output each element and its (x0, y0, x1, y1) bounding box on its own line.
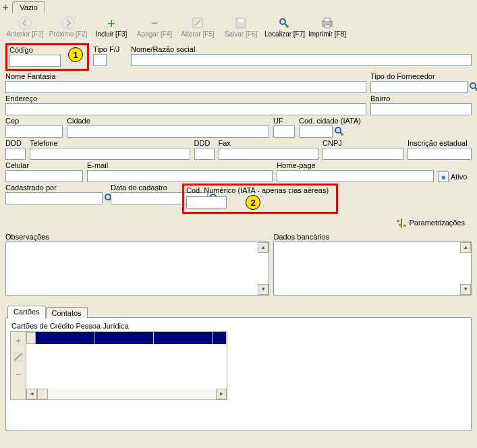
grid[interactable]: ◂ ▸ (26, 332, 227, 399)
grid-remove-icon[interactable]: − (16, 369, 21, 380)
codigo-input[interactable] (9, 55, 61, 67)
edit-icon (178, 16, 217, 30)
nomerazao-label: Nome/Razão social (131, 45, 472, 53)
cidade-input[interactable] (67, 125, 269, 138)
arrow-left-icon (5, 16, 45, 30)
cep-input[interactable] (5, 125, 63, 138)
svg-rect-25 (403, 225, 406, 227)
ddd2-label: DDD (194, 139, 215, 147)
annotation-badge-1: 1 (68, 47, 83, 62)
svg-point-5 (280, 19, 285, 24)
nomerazao-input[interactable] (131, 54, 472, 66)
ddd1-input[interactable] (5, 148, 26, 160)
dadosbancarios-label: Dados bancários (273, 233, 472, 241)
telefone-input[interactable] (30, 148, 190, 160)
celular-input[interactable] (5, 170, 83, 182)
svg-point-7 (286, 25, 289, 28)
scroll-up-icon[interactable]: ▴ (460, 242, 471, 253)
codigo-highlight: Código 1 (5, 43, 89, 71)
codcidade-input[interactable] (299, 125, 333, 138)
scroll-down-icon[interactable]: ▾ (258, 284, 269, 295)
cadastradopor-input[interactable] (5, 192, 103, 204)
bairro-label: Bairro (370, 94, 472, 103)
localizar-button[interactable]: Localizar [F7] (264, 16, 304, 38)
email-label: E-mail (87, 161, 273, 169)
scrollbar-track[interactable] (37, 388, 216, 400)
datacadastro-label: Data do cadastro (111, 184, 178, 192)
tipofj-input[interactable] (93, 54, 107, 66)
scroll-left-icon[interactable]: ◂ (26, 389, 37, 399)
incluir-button[interactable]: ＋ Incluir [F3] (92, 16, 131, 38)
print-icon (308, 16, 347, 30)
arrow-right-icon (49, 16, 88, 30)
nomefantasia-label: Nome Fantasia (5, 72, 366, 80)
svg-rect-4 (238, 19, 244, 22)
plus-icon: ＋ (92, 16, 131, 30)
imprimir-button[interactable]: Imprimir [F8] (308, 16, 347, 38)
plus-icon[interactable]: + (3, 2, 8, 13)
fax-input[interactable] (219, 148, 318, 160)
svg-point-0 (19, 17, 31, 29)
apagar-button: − Apagar [F4] (135, 16, 174, 38)
uf-label: UF (273, 117, 295, 125)
codnumerico-highlight: Cod. Numérico (IATA - apenas cias aéreas… (182, 184, 338, 214)
svg-point-11 (470, 83, 476, 88)
codnumerico-label: Cod. Numérico (IATA - apenas cias aéreas… (186, 186, 334, 194)
homepage-input[interactable] (277, 170, 434, 182)
svg-point-16 (341, 133, 343, 136)
cnpj-input[interactable] (322, 148, 403, 160)
annotation-badge-2: 2 (246, 195, 260, 210)
cnpj-label: CNPJ (322, 139, 403, 147)
search-icon[interactable] (469, 82, 477, 92)
cep-label: Cep (5, 117, 63, 125)
telefone-label: Telefone (30, 139, 190, 147)
tipofornecedor-input[interactable] (370, 81, 468, 93)
ativo-label: Ativo (451, 173, 467, 181)
anterior-button: Anterior [F1] (5, 16, 45, 38)
ddd2-input[interactable] (194, 148, 215, 160)
observacoes-label: Observações (5, 233, 269, 241)
grid-edit-icon[interactable] (13, 352, 23, 364)
search-icon[interactable] (334, 126, 345, 137)
proximo-button: Próximo [F2] (49, 16, 88, 38)
email-input[interactable] (87, 170, 273, 182)
svg-rect-23 (401, 219, 402, 228)
endereco-label: Endereço (5, 94, 366, 103)
bairro-input[interactable] (370, 103, 472, 115)
ativo-checkbox[interactable]: ■ (438, 171, 449, 182)
minus-icon: − (135, 16, 174, 30)
toolbar: Anterior [F1] Próximo [F2] ＋ Incluir [F3… (0, 14, 477, 40)
scrollbar-thumb[interactable] (37, 389, 48, 399)
svg-point-17 (105, 194, 111, 200)
grid-add-icon[interactable]: ＋ (13, 335, 23, 347)
celular-label: Celular (5, 161, 83, 169)
svg-rect-24 (397, 220, 399, 222)
cartoesgrid-label: Cartões de Crédito Pessoa Jurídica (11, 322, 467, 330)
tab-cartoes[interactable]: Cartões (7, 306, 46, 318)
tab-contatos[interactable]: Contatos (46, 307, 88, 318)
dadosbancarios-textarea[interactable]: ▴ ▾ (273, 242, 472, 296)
codcidade-label: Cod. cidade (IATA) (299, 117, 373, 125)
scroll-down-icon[interactable]: ▾ (460, 284, 471, 295)
inscricao-input[interactable] (408, 148, 472, 160)
codnumerico-input[interactable] (186, 196, 227, 208)
nomefantasia-input[interactable] (5, 81, 366, 93)
salvar-button: Salvar [F6] (221, 16, 260, 38)
parametrizacoes-link[interactable]: Parametrizações (5, 215, 472, 233)
scroll-right-icon[interactable]: ▸ (216, 389, 227, 399)
alterar-button: Alterar [F5] (178, 16, 217, 38)
uf-input[interactable] (273, 125, 295, 138)
endereco-input[interactable] (5, 103, 366, 115)
cidade-label: Cidade (67, 117, 269, 125)
svg-rect-9 (325, 18, 330, 22)
cadastradopor-label: Cadastrado por (5, 184, 107, 192)
save-icon (221, 16, 260, 30)
svg-point-14 (335, 128, 341, 133)
search-icon (264, 16, 304, 30)
subtabs-panel: Cartões Contatos Cartões de Crédito Pess… (5, 317, 472, 431)
svg-rect-10 (325, 25, 330, 28)
observacoes-textarea[interactable]: ▴ ▾ (5, 242, 269, 296)
top-tab[interactable]: Vazio (12, 1, 45, 13)
scroll-up-icon[interactable]: ▴ (258, 242, 269, 253)
svg-rect-26 (399, 224, 401, 226)
